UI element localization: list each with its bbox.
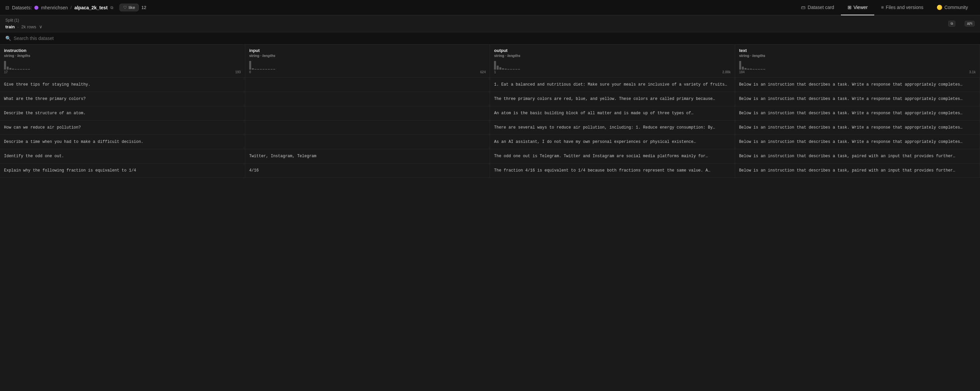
cell-input-6: 4/16 — [245, 163, 490, 178]
cell-input-3 — [245, 120, 490, 135]
files-icon: ≡ — [881, 5, 884, 10]
col-type-instruction: string · lengths — [4, 54, 241, 58]
cell-instruction-4: Describe a time when you had to make a d… — [0, 135, 245, 149]
cell-output-2: An atom is the basic building block of a… — [490, 106, 735, 120]
slash-separator: / — [70, 5, 72, 10]
cell-output-6: The fraction 4/16 is equivalent to 1/4 b… — [490, 163, 735, 178]
like-button[interactable]: ♡ like — [119, 4, 139, 11]
cell-output-0: 1. Eat a balanced and nutritious diet: M… — [490, 78, 735, 92]
username[interactable]: mhenrichsen — [41, 5, 68, 10]
datasets-label: Datasets: — [12, 5, 32, 10]
repo-name[interactable]: alpaca_2k_test — [75, 5, 108, 10]
like-label: like — [129, 5, 135, 10]
cell-input-1 — [245, 92, 490, 106]
cell-instruction-2: Describe the structure of an atom. — [0, 106, 245, 120]
column-header-output: output string · lengths 1 2.88k — [490, 44, 735, 78]
user-avatar — [34, 6, 38, 9]
table-row: Identify the odd one out.Twitter, Instag… — [0, 149, 980, 163]
split-train: train — [5, 24, 15, 29]
chart-max-text: 3.1k — [969, 70, 976, 74]
api-button[interactable]: API — [965, 21, 975, 27]
table-container: instruction string · lengths 17 193 inpu… — [0, 44, 980, 178]
col-type-output: string · lengths — [494, 54, 730, 58]
copy-icon-2[interactable]: ⧉ — [948, 21, 955, 27]
search-icon: 🔍 — [5, 36, 11, 41]
tab-files-versions[interactable]: ≡ Files and versions — [874, 0, 930, 15]
mini-chart-instruction — [4, 60, 241, 70]
cell-output-1: The three primary colors are red, blue, … — [490, 92, 735, 106]
column-header-text: text string · lengths 184 3.1k — [735, 44, 980, 78]
chart-min-text: 184 — [739, 70, 745, 74]
table-row: Describe the structure of an atom.An ato… — [0, 106, 980, 120]
heart-icon: ♡ — [123, 5, 127, 10]
cell-text-6: Below is an instruction that describes a… — [735, 163, 980, 178]
tab-community[interactable]: 🟡 Community — [930, 0, 975, 15]
cell-text-0: Below is an instruction that describes a… — [735, 78, 980, 92]
table-header-row: instruction string · lengths 17 193 inpu… — [0, 44, 980, 78]
chevron-down-icon[interactable]: ∨ — [39, 24, 42, 29]
col-type-text: string · lengths — [739, 54, 976, 58]
tab-dataset-card[interactable]: 🗃 Dataset card — [794, 0, 841, 15]
cell-instruction-1: What are the three primary colors? — [0, 92, 245, 106]
col-name-instruction: instruction — [4, 48, 241, 53]
mini-chart-input — [249, 60, 486, 70]
cell-input-0 — [245, 78, 490, 92]
dataset-card-icon: 🗃 — [801, 5, 805, 10]
cell-text-4: Below is an instruction that describes a… — [735, 135, 980, 149]
tab-viewer[interactable]: ⊞ Viewer — [841, 0, 875, 15]
cell-text-3: Below is an instruction that describes a… — [735, 120, 980, 135]
cell-input-4 — [245, 135, 490, 149]
column-header-instruction: instruction string · lengths 17 193 — [0, 44, 245, 78]
chart-min-output: 1 — [494, 70, 496, 74]
split-selector[interactable]: train · 2k rows ∨ — [5, 24, 975, 32]
table-row: Give three tips for staying healthy.1. E… — [0, 78, 980, 92]
cell-instruction-5: Identify the odd one out. — [0, 149, 245, 163]
cell-instruction-3: How can we reduce air pollution? — [0, 120, 245, 135]
split-bar: Split (1) train · 2k rows ∨ API ⧉ — [0, 15, 980, 32]
mini-chart-text — [739, 60, 976, 70]
cell-output-4: As an AI assistant, I do not have my own… — [490, 135, 735, 149]
cell-input-5: Twitter, Instagram, Telegram — [245, 149, 490, 163]
cell-output-3: There are several ways to reduce air pol… — [490, 120, 735, 135]
split-rows: 2k rows — [21, 24, 37, 29]
col-type-input: string · lengths — [249, 54, 486, 58]
community-icon: 🟡 — [937, 5, 942, 10]
table-row: What are the three primary colors?The th… — [0, 92, 980, 106]
chart-min-input: 0 — [249, 70, 251, 74]
header-left: ⊟ Datasets: mhenrichsen / alpaca_2k_test… — [5, 4, 794, 11]
header-nav: 🗃 Dataset card ⊞ Viewer ≡ Files and vers… — [794, 0, 975, 15]
table-row: How can we reduce air pollution?There ar… — [0, 120, 980, 135]
cell-instruction-0: Give three tips for staying healthy. — [0, 78, 245, 92]
copy-icon[interactable]: ⧉ — [110, 5, 113, 10]
chart-max-output: 2.88k — [722, 70, 731, 74]
datasets-icon: ⊟ — [5, 5, 10, 10]
chart-labels-instruction: 17 193 — [4, 70, 241, 74]
col-name-output: output — [494, 48, 730, 53]
table-row: Describe a time when you had to make a d… — [0, 135, 980, 149]
col-name-text: text — [739, 48, 976, 53]
header: ⊟ Datasets: mhenrichsen / alpaca_2k_test… — [0, 0, 980, 15]
chart-labels-text: 184 3.1k — [739, 70, 976, 74]
data-table: instruction string · lengths 17 193 inpu… — [0, 44, 980, 178]
search-input[interactable] — [14, 36, 975, 41]
column-header-input: input string · lengths 0 624 — [245, 44, 490, 78]
cell-input-2 — [245, 106, 490, 120]
mini-chart-output — [494, 60, 730, 70]
split-separator: · — [18, 24, 19, 29]
viewer-icon: ⊞ — [848, 5, 851, 10]
split-label: Split (1) — [5, 18, 975, 23]
chart-min-instruction: 17 — [4, 70, 8, 74]
table-row: Explain why the following fraction is eq… — [0, 163, 980, 178]
chart-max-instruction: 193 — [235, 70, 241, 74]
chart-labels-input: 0 624 — [249, 70, 486, 74]
chart-labels-output: 1 2.88k — [494, 70, 730, 74]
cell-output-5: The odd one out is Telegram. Twitter and… — [490, 149, 735, 163]
like-count: 12 — [142, 5, 146, 10]
cell-text-2: Below is an instruction that describes a… — [735, 106, 980, 120]
cell-instruction-6: Explain why the following fraction is eq… — [0, 163, 245, 178]
search-bar: 🔍 — [0, 32, 980, 44]
cell-text-5: Below is an instruction that describes a… — [735, 149, 980, 163]
chart-max-input: 624 — [480, 70, 486, 74]
cell-text-1: Below is an instruction that describes a… — [735, 92, 980, 106]
col-name-input: input — [249, 48, 486, 53]
